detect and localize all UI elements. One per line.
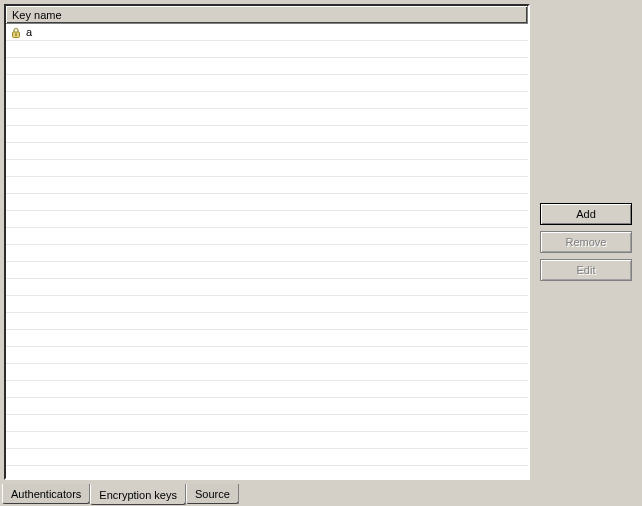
svg-rect-1 — [15, 33, 17, 36]
grid-lines — [6, 24, 528, 478]
button-panel: Add Remove Edit — [534, 0, 642, 484]
lock-icon — [10, 27, 22, 39]
tab-authenticators[interactable]: Authenticators — [2, 484, 90, 504]
edit-button-label: Edit — [577, 264, 596, 276]
tab-label: Source — [195, 488, 230, 500]
edit-button: Edit — [540, 259, 632, 281]
add-button-label: Add — [576, 208, 596, 220]
list-item[interactable]: a — [6, 24, 528, 41]
tab-bar: Authenticators Encryption keys Source — [0, 484, 642, 506]
tab-encryption-keys[interactable]: Encryption keys — [90, 484, 186, 505]
list-item-label: a — [26, 24, 32, 41]
key-list-panel: Key name a — [4, 4, 530, 480]
column-header-key-name[interactable]: Key name — [6, 6, 528, 24]
add-button[interactable]: Add — [540, 203, 632, 225]
column-header-label: Key name — [12, 9, 62, 21]
tab-label: Authenticators — [11, 488, 81, 500]
tab-source[interactable]: Source — [186, 484, 239, 504]
key-list[interactable]: a — [6, 24, 528, 478]
remove-button-label: Remove — [566, 236, 607, 248]
tab-label: Encryption keys — [99, 489, 177, 501]
remove-button: Remove — [540, 231, 632, 253]
